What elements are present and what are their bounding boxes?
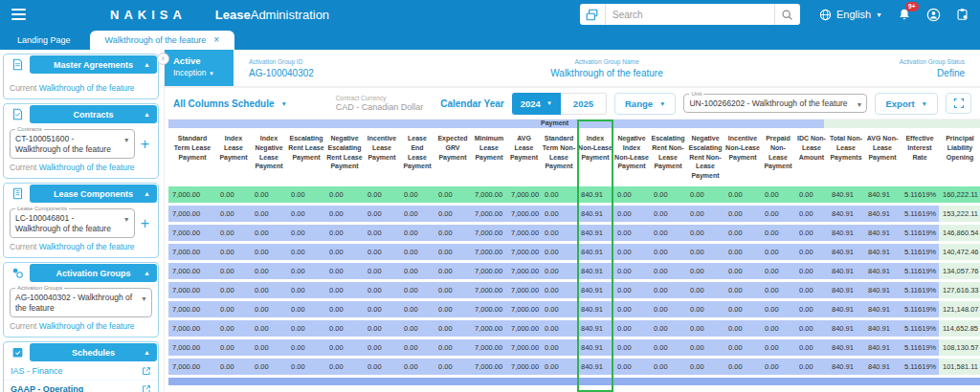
column-header[interactable]: Index Lease Payment <box>216 131 251 184</box>
table-cell: 0.00 <box>761 244 795 260</box>
table-row[interactable]: 7,000.000.000.000.000.000.000.000.007,00… <box>168 301 980 317</box>
chevron-up-icon[interactable]: ▲ <box>144 190 150 197</box>
column-header[interactable]: Expected GRV Payment <box>434 131 471 184</box>
tab-walkthrough[interactable]: Walkthrough of the feature × <box>90 31 235 50</box>
column-header[interactable]: Minimum Lease Payment <box>471 131 507 184</box>
tasks-clipboard-button[interactable] <box>956 8 969 21</box>
table-cell: 127,616.33 <box>939 282 980 298</box>
column-header[interactable]: Prepaid Non-Lease Payment <box>761 131 795 184</box>
columns-schedule-dropdown[interactable]: All Columns Schedule ▼ <box>173 98 287 109</box>
current-activation-group-link[interactable]: Walkthrough of the feature <box>39 321 135 331</box>
schedules-header[interactable]: Schedules▲ <box>4 342 158 362</box>
column-header[interactable]: Lease End Lease Payment <box>400 131 434 184</box>
table-row[interactable]: 7,000.000.000.000.000.000.000.000.007,00… <box>168 359 980 375</box>
table-row[interactable]: 7,000.000.000.000.000.000.000.000.007,00… <box>168 244 980 260</box>
table-cell: 5.11619% <box>901 225 939 241</box>
external-link-icon[interactable] <box>142 366 151 376</box>
close-icon[interactable]: × <box>213 35 219 45</box>
activation-groups-header[interactable]: Activation Groups▲ <box>4 263 158 283</box>
chevron-down-icon: ▼ <box>922 100 927 107</box>
column-header[interactable]: Escalating Rent Non-Lease Payment <box>650 131 686 184</box>
export-dropdown[interactable]: Export ▼ <box>875 93 938 115</box>
table-cell: 0.00 <box>434 282 471 298</box>
activation-group-select[interactable]: Activation Groups AG-100040302 - Walkthr… <box>10 288 152 317</box>
search-icon[interactable] <box>774 4 800 25</box>
language-label: English <box>836 9 871 20</box>
chevron-up-icon[interactable]: ▲ <box>144 61 150 68</box>
master-agreements-header[interactable]: Master Agreements▲ <box>4 54 158 75</box>
user-profile-button[interactable] <box>926 8 941 22</box>
column-header[interactable]: Negative Index Non-Lease Payment <box>613 131 650 184</box>
table-cell: 0.00 <box>650 225 686 241</box>
table-row[interactable]: 7,000.000.000.000.000.000.000.000.007,00… <box>168 186 980 203</box>
year-2024-button[interactable]: 2024 ▼ <box>512 93 561 115</box>
column-header[interactable]: Standard Term Non-Lease Payment <box>541 131 577 184</box>
chevron-up-icon[interactable]: ▲ <box>144 270 150 276</box>
table-cell: 7,000.00 <box>507 225 541 241</box>
lease-component-select[interactable]: Lease Components LC-100046801 - Walkthro… <box>10 208 135 238</box>
table-row[interactable]: 7,000.000.000.000.000.000.000.000.007,00… <box>168 225 980 241</box>
activation-group-id-field: Activation Group ID AG-100040302 <box>249 58 428 78</box>
table-cell: 0.00 <box>251 359 287 375</box>
table-row[interactable]: 7,000.000.000.000.000.000.000.000.007,00… <box>168 206 980 222</box>
table-cell: 0.00 <box>287 339 325 356</box>
column-header[interactable]: Effective Interest Rate <box>901 131 939 184</box>
column-header[interactable]: Incentive Lease Payment <box>364 131 400 184</box>
column-header[interactable]: Principal Liability Opening <box>939 131 980 184</box>
pages-icon[interactable] <box>580 4 606 25</box>
table-cell: 840.91 <box>828 186 864 203</box>
add-contract-button[interactable]: + <box>138 136 152 153</box>
chevron-down-icon: ▼ <box>546 100 552 106</box>
table-cell: 0.00 <box>541 282 577 298</box>
column-header[interactable]: Total Non-Lease Payments <box>828 131 864 184</box>
column-header[interactable]: Negative Escalating Rent Non-Lease Payme… <box>686 131 724 184</box>
chevron-up-icon[interactable]: ▲ <box>144 111 150 118</box>
table-cell: 0.00 <box>287 186 325 203</box>
column-header[interactable]: AVG Non-Lease Payment <box>864 131 901 184</box>
table-row[interactable]: 7,000.000.000.000.000.000.000.000.007,00… <box>168 282 980 298</box>
tab-landing-page[interactable]: Landing Page <box>2 31 86 50</box>
year-2025-button[interactable]: 2025 <box>561 93 607 115</box>
table-cell: 146,860.54 <box>939 225 980 241</box>
current-contract-link[interactable]: Walkthrough of the feature <box>39 163 135 172</box>
notifications-button[interactable]: 9+ <box>898 8 911 21</box>
table-cell: 0.00 <box>541 320 577 337</box>
table-cell: 0.00 <box>686 225 724 241</box>
table-row[interactable]: 7,000.000.000.000.000.000.000.000.007,00… <box>168 263 980 279</box>
unit-select[interactable]: Unit UN-100266202 - Walkthrough of the f… <box>683 94 867 113</box>
column-header[interactable]: Index Non-Lease Payment <box>577 131 613 184</box>
lease-components-header[interactable]: Lease Components▲ <box>4 184 158 204</box>
column-header[interactable]: Standard Term Lease Payment <box>168 131 216 184</box>
status-inception-dropdown[interactable]: Active Inception ▼ <box>165 50 234 86</box>
search-input[interactable] <box>606 4 774 25</box>
contracts-header[interactable]: Contracts▲ <box>4 104 158 124</box>
table-cell: 5.11619% <box>901 244 939 260</box>
column-header[interactable]: Negative Escalating Rent Lease Payment <box>325 131 364 184</box>
schedule-item[interactable]: GAAP - Operating <box>4 380 158 392</box>
panel-title: Activation Groups <box>56 269 130 278</box>
current-lease-component-link[interactable]: Walkthrough of the feature <box>39 242 135 251</box>
column-header[interactable]: IDC Non-Lease Amount <box>795 131 828 184</box>
column-header[interactable]: Index Negative Lease Payment <box>251 131 287 184</box>
table-cell: 0.00 <box>325 225 364 241</box>
table-cell: 840.91 <box>577 186 613 203</box>
table-row[interactable]: 7,000.000.000.000.000.000.000.000.007,00… <box>168 339 980 356</box>
range-dropdown[interactable]: Range ▼ <box>614 93 676 115</box>
panel-master-agreements: Master Agreements▲ Current Walkthrough o… <box>3 54 159 99</box>
external-link-icon[interactable] <box>142 384 151 392</box>
language-selector[interactable]: English ▼ <box>819 9 882 21</box>
column-header[interactable]: Escalating Rent Lease Payment <box>287 131 325 184</box>
panel-schedules: Schedules▲ IAS - FinanceGAAP - Operating… <box>3 341 159 392</box>
sidebar-collapse-button[interactable]: ‹ <box>157 53 169 65</box>
contract-select[interactable]: Contracts CT-100051600 - Walkthrough of … <box>10 129 135 159</box>
column-header[interactable]: AVG Lease Payment <box>507 131 541 184</box>
hamburger-menu-icon[interactable] <box>11 6 26 23</box>
chevron-up-icon[interactable]: ▲ <box>144 349 150 356</box>
add-lease-component-button[interactable]: + <box>138 215 152 232</box>
table-cell: 0.00 <box>761 186 795 203</box>
current-master-agreement-link[interactable]: Walkthrough of the feature <box>39 83 135 93</box>
fullscreen-expand-button[interactable] <box>946 93 971 114</box>
schedule-item[interactable]: IAS - Finance <box>4 362 158 380</box>
table-row[interactable]: 7,000.000.000.000.000.000.000.000.007,00… <box>168 320 980 337</box>
column-header[interactable]: Incentive Non-Lease Payment <box>724 131 761 184</box>
